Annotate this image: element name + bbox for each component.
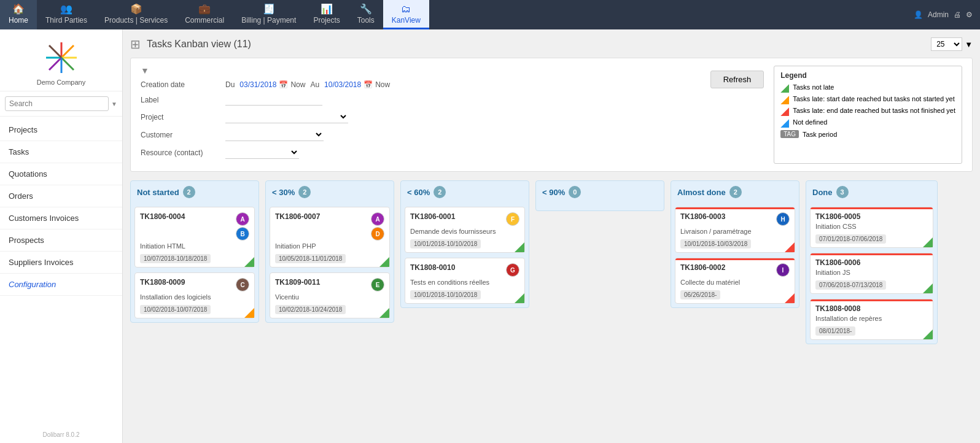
customer-select[interactable] xyxy=(225,128,324,141)
card-header-0001: TK1806-0001 F xyxy=(410,212,519,226)
kanban-col-not-started: Not started 2 TK1806-0004 A B Initia xyxy=(130,180,259,323)
nav-kanview[interactable]: 🗂 KanView xyxy=(383,0,429,29)
sidebar-menu: Projects Tasks Quotations Orders Custome… xyxy=(0,117,122,426)
from-now-label[interactable]: Now xyxy=(290,80,305,89)
card-TK1808-0008[interactable]: TK1808-0008 Installation de repères 08/0… xyxy=(810,299,933,340)
count-dropdown-arrow: ▼ xyxy=(965,40,973,49)
card-header-0009: TK1808-0009 C xyxy=(140,278,249,291)
card-TK1806-0005[interactable]: TK1806-0005 Initiation CSS 07/01/2018-07… xyxy=(810,207,933,248)
card-corner-0007 xyxy=(379,257,389,267)
card-top-bar-0005 xyxy=(811,207,933,209)
project-select[interactable] xyxy=(225,110,348,123)
card-id-0011: TK1809-0011 xyxy=(275,278,320,287)
col-count-done: 3 xyxy=(836,186,849,198)
sidebar-item-customers-invoices[interactable]: Customers Invoices xyxy=(0,207,122,229)
filter-panel: ▼ Creation date Du 03/31/2018 📅 Now Au 1… xyxy=(130,58,973,172)
legend-title: Legend xyxy=(780,71,955,80)
col-count-lt60: 2 xyxy=(434,186,446,198)
au-label: Au xyxy=(310,80,319,89)
col-title-lt90: < 90% xyxy=(542,188,565,197)
card-title-0010: Tests en conditions réelles xyxy=(410,279,519,286)
card-date-0003: 10/01/2018-10/03/2018 xyxy=(680,239,751,248)
legend-color-orange xyxy=(780,96,789,104)
card-corner-0009 xyxy=(244,308,254,318)
nav-kanview-label: KanView xyxy=(392,16,421,25)
third-parties-icon: 👥 xyxy=(60,3,72,15)
card-corner-0011 xyxy=(379,308,389,318)
card-header-0010: TK1808-0010 G xyxy=(410,263,519,277)
card-header-0002: TK1806-0002 I xyxy=(680,263,790,277)
settings-icon[interactable]: ⚙ xyxy=(966,10,973,19)
sidebar-item-configuration[interactable]: Configuration xyxy=(0,274,122,296)
card-TK1806-0007[interactable]: TK1806-0007 A D Initiation PHP 10/05/201… xyxy=(270,207,390,268)
card-avatars-0004: A B xyxy=(236,212,249,241)
search-dropdown-icon[interactable]: ▼ xyxy=(111,101,117,107)
col-cards-lt30: TK1806-0007 A D Initiation PHP 10/05/201… xyxy=(266,203,394,322)
card-corner-0006 xyxy=(923,283,933,293)
card-id-0001: TK1806-0001 xyxy=(410,212,455,221)
kanban-board: Not started 2 TK1806-0004 A B Initia xyxy=(130,180,973,344)
project-field-label: Project xyxy=(141,113,220,121)
card-title-0007: Initiation PHP xyxy=(275,242,384,250)
print-icon[interactable]: 🖨 xyxy=(954,10,961,19)
card-TK1809-0011[interactable]: TK1809-0011 E Vicentiu 10/02/2018-10/24/… xyxy=(270,272,390,318)
nav-projects[interactable]: 📊 Projects xyxy=(305,0,348,29)
nav-third-parties-label: Third Parties xyxy=(45,16,87,25)
col-count-not-started: 2 xyxy=(183,186,195,198)
card-TK1808-0010[interactable]: TK1808-0010 G Tests en conditions réelle… xyxy=(405,258,525,304)
card-corner-0005 xyxy=(923,237,933,247)
sidebar-item-suppliers-invoices[interactable]: Suppliers Invoices xyxy=(0,252,122,274)
col-count-lt90: 0 xyxy=(569,186,581,198)
filter-main: ▼ Creation date Du 03/31/2018 📅 Now Au 1… xyxy=(141,66,701,164)
sidebar-item-projects[interactable]: Projects xyxy=(0,119,122,141)
from-date-calendar-icon[interactable]: 📅 xyxy=(279,80,288,89)
card-date-0011: 10/02/2018-10/24/2018 xyxy=(275,305,346,314)
from-date-value[interactable]: 03/31/2018 xyxy=(239,80,276,89)
to-date-calendar-icon[interactable]: 📅 xyxy=(364,80,373,89)
to-date-value[interactable]: 10/03/2018 xyxy=(324,80,361,89)
customer-field-label: Customer xyxy=(141,131,220,139)
card-avatars-0007: A D xyxy=(371,212,384,241)
avatar-0011-1: E xyxy=(371,278,384,291)
page-title: Tasks Kanban view (11) xyxy=(147,39,251,50)
label-input[interactable] xyxy=(225,94,322,106)
sidebar-item-prospects[interactable]: Prospects xyxy=(0,229,122,252)
kanban-col-almost-done: Almost done 2 TK1806-0003 H Livraison / … xyxy=(671,180,799,308)
to-now-label[interactable]: Now xyxy=(375,80,390,89)
card-title-0011: Vicentiu xyxy=(275,293,384,301)
sidebar-item-orders[interactable]: Orders xyxy=(0,185,122,207)
card-TK1806-0002[interactable]: TK1806-0002 I Collecte du matériel 06/26… xyxy=(675,258,795,304)
card-title-0001: Demande devis fournisseurs xyxy=(410,228,519,235)
nav-third-parties[interactable]: 👥 Third Parties xyxy=(37,0,96,29)
nav-tools[interactable]: 🔧 Tools xyxy=(349,0,383,29)
nav-projects-label: Projects xyxy=(313,16,340,25)
card-corner-0003 xyxy=(785,242,795,252)
card-TK1806-0004[interactable]: TK1806-0004 A B Initiation HTML 10/07/20… xyxy=(134,207,255,268)
card-TK1806-0006[interactable]: TK1806-0006 Initiation JS 07/06/2018-07/… xyxy=(810,253,933,294)
top-nav: 🏠 Home 👥 Third Parties 📦 Products | Serv… xyxy=(0,0,980,29)
sidebar-item-tasks[interactable]: Tasks xyxy=(0,141,122,163)
nav-commercial[interactable]: 💼 Commercial xyxy=(176,0,233,29)
nav-products[interactable]: 📦 Products | Services xyxy=(96,0,176,29)
card-id-0005: TK1806-0005 xyxy=(815,212,860,221)
avatar-0007-1: A xyxy=(371,212,384,226)
projects-icon: 📊 xyxy=(321,3,333,15)
col-header-lt60: < 60% 2 xyxy=(401,181,529,203)
resource-select[interactable] xyxy=(225,146,299,159)
search-input[interactable] xyxy=(5,96,109,111)
nav-commercial-label: Commercial xyxy=(185,16,224,25)
card-avatars-0010: G xyxy=(506,263,519,277)
nav-home[interactable]: 🏠 Home xyxy=(0,0,37,29)
col-count-almost-done: 2 xyxy=(729,186,742,198)
card-date-0009: 10/02/2018-10/07/2018 xyxy=(140,305,211,314)
layout: Demo Company ▼ Projects Tasks Quotations… xyxy=(0,29,980,443)
page-count-dropdown[interactable]: 25 50 100 xyxy=(931,37,962,51)
legend-item-red: Tasks late: end date reached but tasks n… xyxy=(780,107,955,116)
card-TK1808-0009[interactable]: TK1808-0009 C Installation des logiciels… xyxy=(134,272,255,318)
sidebar-item-quotations[interactable]: Quotations xyxy=(0,163,122,185)
from-date-group: 03/31/2018 📅 Now xyxy=(239,80,305,89)
card-TK1806-0003[interactable]: TK1806-0003 H Livraison / paramétrage 10… xyxy=(675,207,795,253)
nav-billing[interactable]: 🧾 Billing | Payment xyxy=(233,0,305,29)
refresh-button[interactable]: Refresh xyxy=(710,71,764,88)
card-TK1806-0001[interactable]: TK1806-0001 F Demande devis fournisseurs… xyxy=(405,207,525,253)
